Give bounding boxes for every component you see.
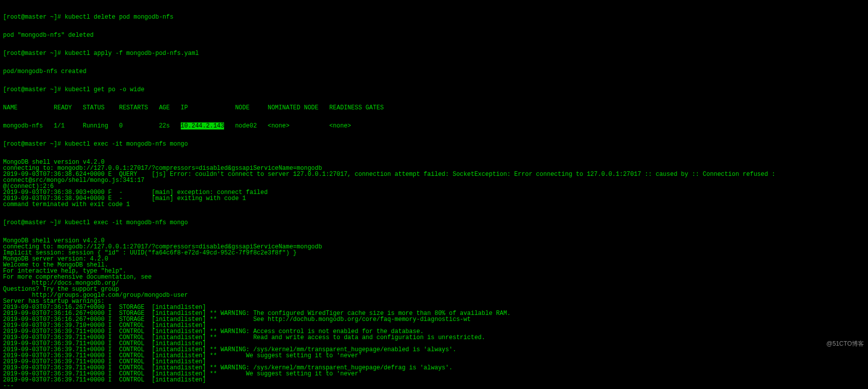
shell-prompt: [root@master ~]# — [3, 219, 61, 226]
command-text: kubectl exec -it mongodb-nfs mongo — [64, 141, 188, 148]
table-row: mongodb-nfs 1/1 Running 0 22s 10.244.2.1… — [3, 123, 865, 129]
command-text: kubectl apply -f mongodb-pod-nfs.yaml — [64, 50, 198, 57]
output-line: connect@src/mongo/shell/mongo.js:341:17 — [3, 177, 865, 183]
command-text: kubectl delete pod mongodb-nfs — [64, 14, 173, 21]
output-line: http://docs.mongodb.org/ — [3, 280, 865, 286]
output-line: http://groups.google.com/group/mongodb-u… — [3, 292, 865, 298]
terminal-window[interactable]: [root@master ~]# kubectl delete pod mong… — [0, 0, 868, 389]
table-header: NAME READY STATUS RESTARTS AGE IP NODE N… — [3, 105, 865, 111]
watermark-text: @51CTO博客 — [826, 341, 864, 347]
mongo-output-failed: MongoDB shell version v4.2.0connecting t… — [3, 159, 865, 208]
output-line: pod/mongodb-nfs created — [3, 69, 865, 75]
output-line: pod "mongodb-nfs" deleted — [3, 32, 865, 38]
mongo-output-success: MongoDB shell version v4.2.0connecting t… — [3, 238, 865, 389]
output-line: 2019-09-03T07:36:39.711+0000 I CONTROL [… — [3, 377, 865, 383]
shell-prompt: [root@master ~]# — [3, 50, 61, 57]
ip-highlight: 10.244.2.143 — [181, 122, 224, 129]
shell-prompt: [root@master ~]# — [3, 141, 61, 148]
output-line: For more comprehensive documentation, se… — [3, 274, 865, 280]
output-line: Implicit session: session { "id" : UUID(… — [3, 250, 865, 256]
output-line: Welcome to the MongoDB shell. — [3, 262, 865, 268]
output-line: 2019-09-03T07:36:38.904+0000 E - [main] … — [3, 196, 865, 202]
shell-prompt: [root@master ~]# — [3, 14, 61, 21]
output-line: command terminated with exit code 1 — [3, 202, 865, 208]
shell-prompt: [root@master ~]# — [3, 86, 61, 93]
output-line: MongoDB server version: 4.2.0 — [3, 256, 865, 262]
command-text: kubectl exec -it mongodb-nfs mongo — [64, 219, 188, 226]
command-text: kubectl get po -o wide — [64, 86, 144, 93]
